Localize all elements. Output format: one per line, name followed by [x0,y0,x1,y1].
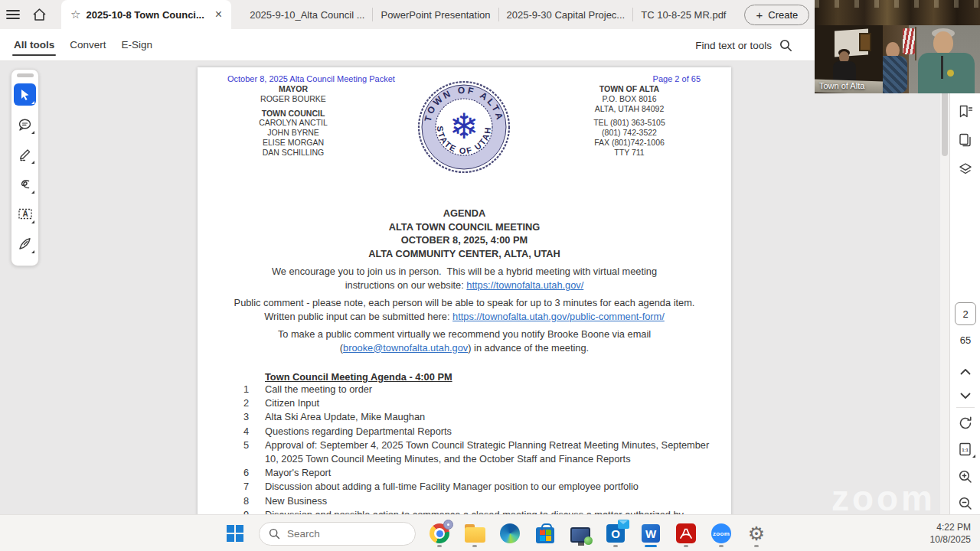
create-button[interactable]: + Create [744,5,809,25]
clock-date: 10/8/2025 [930,533,971,546]
public-comment-form-link[interactable]: https://townofalta.utah.gov/public-comme… [452,311,665,322]
word-button[interactable]: W [639,518,662,549]
mail-badge-icon [618,520,629,529]
item-number: 4 [243,425,265,439]
phone-line: TEL (801) 363-5105 [564,118,694,128]
agenda-item: 1Call the meeting to order [243,383,731,396]
comment-tool-button[interactable] [14,113,36,135]
star-icon[interactable]: ☆ [70,8,80,21]
item-number: 8 [243,494,265,508]
chrome-button[interactable] [428,518,451,549]
tab-label: 2025-10-8 Town Counci... [86,9,204,21]
bookmarks-panel-button[interactable] [950,99,980,122]
agenda-item: 5Approval of: September 4, 2025 Town Cou… [243,439,731,466]
home-icon[interactable] [26,3,52,26]
agenda-title-line: ALTA TOWN COUNCIL MEETING [198,220,731,234]
file-explorer-button[interactable] [463,518,486,549]
rotate-page-button[interactable] [950,412,980,435]
snowflake-glyph: ❄ [449,106,479,146]
layers-button[interactable] [950,158,980,181]
room-wide-view [815,0,980,25]
agenda-item: 2Citizen Input [243,396,731,410]
chevron-down-icon [960,393,971,399]
outlook-button[interactable]: O [604,518,627,549]
tab-esign[interactable]: E-Sign [120,31,155,58]
total-pages-label: 65 [950,334,980,346]
meeting-video-feed: Town of Alta [815,0,980,93]
edge-button[interactable] [498,518,521,549]
draw-tool-button[interactable] [14,143,36,165]
item-text: Questions regarding Departmental Reports [265,425,713,439]
vertical-scrollbar[interactable] [940,61,949,514]
palette-drag-handle[interactable] [17,73,34,77]
running-indicator [437,545,442,547]
zoom-button[interactable]: zoom [710,518,733,549]
item-number: 1 [243,383,265,396]
tab-tc-mr-pdf[interactable]: TC 10-8-25 MR.pdf [633,0,733,29]
windows-taskbar: Search O [0,514,980,551]
taskbar-clock[interactable]: 4:22 PM 10/8/2025 [930,521,971,546]
email-link[interactable]: brooke@townofalta.utah.gov [343,342,468,354]
acrobat-button[interactable] [675,518,697,549]
zoom-icon: zoom [711,523,731,543]
zoom-in-button[interactable] [950,465,980,488]
acrobat-icon [676,523,696,543]
tool-flyout-indicator [31,131,34,134]
website-link[interactable]: https://townofalta.utah.gov/ [466,279,583,291]
paragraph-public-comment: Public comment - please note, each perso… [227,296,702,323]
word-letter: W [645,527,656,540]
hamburger-menu-icon[interactable] [0,3,26,26]
addr-line: ALTA, UTAH 84092 [564,104,694,114]
fill-sign-tool-button[interactable] [14,233,36,255]
packet-header-link[interactable]: October 8, 2025 Alta Council Meeting Pac… [227,74,395,83]
find-text-or-tools[interactable]: Find text or tools [695,29,792,61]
next-page-button[interactable] [950,384,980,407]
camera-view-right [883,25,980,93]
tool-flyout-indicator [31,250,34,253]
addr-line: TOWN OF ALTA [564,84,694,94]
council-member: JOHN BYRNE [217,128,370,138]
pencil-icon [18,147,32,161]
phone-line: FAX (801)742-1006 [564,138,694,148]
flag-pole [915,27,916,60]
tab-convert[interactable]: Convert [68,31,107,58]
remote-desktop-button[interactable] [569,518,592,549]
lasso-tool-button[interactable] [14,173,36,195]
tab-label: PowerPoint Presentation [381,9,490,21]
person-head [933,31,953,54]
zoom-out-button[interactable] [950,492,980,515]
tab-label: 2025-9-30 Capital Projec... [507,9,626,21]
running-indicator [613,545,618,547]
wall-frame [859,33,871,51]
page-fit-button[interactable]: 1:1 [950,438,980,461]
search-icon [269,528,280,540]
start-button[interactable] [224,518,247,549]
tab-capital-projects[interactable]: 2025-9-30 Capital Projec... [499,0,633,29]
council-heading: TOWN COUNCIL [217,109,370,119]
settings-button[interactable]: ⚙ [745,518,768,549]
item-text: Approval of: September 4, 2025 Town Coun… [265,439,713,466]
agenda-item: 3Alta Ski Area Update, Mike Maughan [243,410,731,424]
previous-page-button[interactable] [950,360,980,383]
page-thumbnails-button[interactable] [950,129,980,152]
tab-alta-council[interactable]: 2025-9-10_Alta Council ... [242,0,372,29]
running-indicator [719,545,724,547]
running-indicator [684,545,688,547]
add-text-tool-button[interactable]: A [14,203,36,225]
microsoft-store-button[interactable] [534,518,557,549]
layers-icon [958,161,973,177]
taskbar-search[interactable]: Search [259,522,416,546]
select-tool-button[interactable] [14,83,36,106]
page-number-label: Page 2 of 65 [653,74,701,83]
item-text: Discussion about adding a full-time Faci… [265,480,713,494]
windows-logo-icon [227,525,243,542]
council-member: DAN SCHILLING [217,148,370,158]
agenda-title-line: AGENDA [198,207,731,220]
us-flag [903,28,915,54]
current-page-input[interactable] [955,302,976,325]
tab-town-council-packet[interactable]: ☆ 2025-10-8 Town Counci... × [61,0,231,29]
tab-powerpoint[interactable]: PowerPoint Presentation [373,0,498,29]
close-icon[interactable]: × [215,8,222,21]
tab-all-tools[interactable]: All tools [12,31,56,58]
folder-icon [465,527,485,543]
